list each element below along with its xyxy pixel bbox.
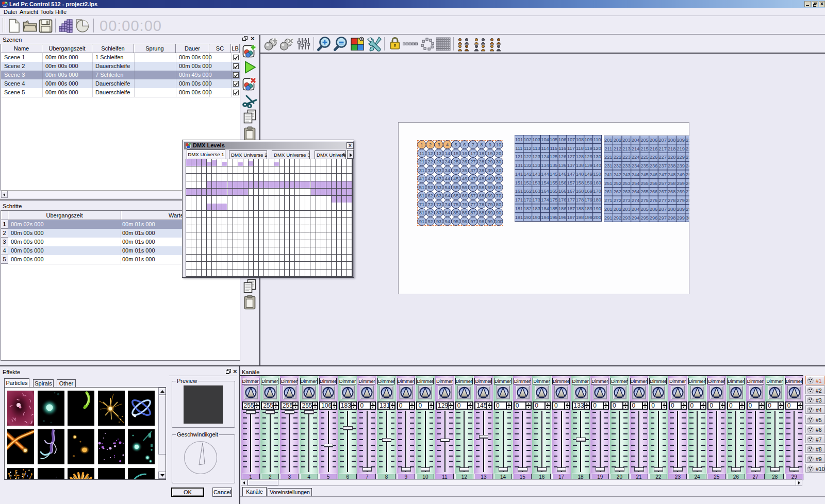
svg-text:82: 82 <box>427 210 433 215</box>
svg-text:155: 155 <box>550 180 558 186</box>
svg-text:111: 111 <box>515 146 522 151</box>
svg-text:31: 31 <box>419 168 424 173</box>
svg-text:234: 234 <box>632 163 640 169</box>
svg-text:171: 171 <box>515 197 523 203</box>
svg-text:212: 212 <box>614 146 622 152</box>
svg-text:209: 209 <box>676 138 685 143</box>
svg-text:147: 147 <box>567 172 575 177</box>
svg-text:222: 222 <box>614 155 622 160</box>
svg-text:8: 8 <box>480 142 483 147</box>
svg-text:123: 123 <box>532 154 540 159</box>
svg-text:65: 65 <box>453 193 458 198</box>
svg-text:136: 136 <box>558 163 567 168</box>
svg-text:178: 178 <box>576 197 584 203</box>
svg-text:268: 268 <box>668 189 676 194</box>
svg-text:241: 241 <box>604 172 613 177</box>
svg-text:204: 204 <box>632 138 640 143</box>
svg-text:184: 184 <box>541 206 549 211</box>
svg-text:229: 229 <box>676 155 685 160</box>
svg-text:220: 220 <box>686 146 689 152</box>
svg-text:239: 239 <box>676 163 685 169</box>
svg-text:60: 60 <box>496 185 501 190</box>
svg-text:213: 213 <box>622 146 631 152</box>
svg-text:106: 106 <box>558 137 567 142</box>
svg-text:272: 272 <box>614 198 622 203</box>
svg-text:77: 77 <box>470 202 475 207</box>
svg-text:252: 252 <box>614 181 622 186</box>
svg-text:249: 249 <box>676 172 685 177</box>
svg-text:257: 257 <box>658 181 667 186</box>
svg-text:159: 159 <box>584 180 592 186</box>
svg-text:253: 253 <box>622 181 631 186</box>
svg-text:208: 208 <box>668 138 676 143</box>
svg-text:206: 206 <box>650 138 658 143</box>
svg-text:207: 207 <box>658 138 667 143</box>
svg-text:296: 296 <box>650 215 658 221</box>
svg-text:289: 289 <box>676 207 685 212</box>
svg-text:261: 261 <box>604 189 613 194</box>
svg-text:259: 259 <box>676 181 685 186</box>
svg-text:145: 145 <box>550 172 558 177</box>
svg-text:66: 66 <box>462 193 467 198</box>
svg-text:202: 202 <box>614 138 622 143</box>
svg-text:260: 260 <box>686 181 689 186</box>
svg-text:195: 195 <box>550 215 558 220</box>
svg-text:248: 248 <box>668 172 676 177</box>
svg-text:254: 254 <box>632 181 640 186</box>
svg-text:169: 169 <box>584 189 592 194</box>
svg-text:63: 63 <box>436 193 441 198</box>
svg-text:33: 33 <box>436 168 441 173</box>
svg-text:134: 134 <box>541 163 549 168</box>
svg-text:154: 154 <box>541 180 549 186</box>
svg-text:164: 164 <box>541 189 549 194</box>
svg-text:163: 163 <box>532 189 540 194</box>
svg-text:62: 62 <box>427 193 433 198</box>
svg-text:67: 67 <box>470 193 475 198</box>
svg-text:226: 226 <box>650 155 658 160</box>
svg-text:87: 87 <box>470 210 475 215</box>
svg-text:247: 247 <box>658 172 667 177</box>
svg-text:22: 22 <box>427 159 433 164</box>
svg-text:78: 78 <box>479 202 484 207</box>
svg-text:287: 287 <box>658 207 667 212</box>
svg-text:61: 61 <box>419 193 424 198</box>
svg-text:37: 37 <box>470 168 475 173</box>
svg-text:85: 85 <box>453 210 458 215</box>
svg-text:232: 232 <box>614 163 622 169</box>
svg-text:56: 56 <box>462 185 467 190</box>
svg-text:221: 221 <box>604 155 613 160</box>
svg-text:99: 99 <box>487 219 492 224</box>
svg-text:6: 6 <box>463 142 466 147</box>
svg-text:276: 276 <box>650 198 658 203</box>
svg-text:139: 139 <box>584 163 592 168</box>
svg-text:216: 216 <box>650 146 658 152</box>
svg-text:196: 196 <box>558 215 567 220</box>
svg-text:110: 110 <box>593 137 601 142</box>
svg-text:293: 293 <box>622 215 631 221</box>
svg-text:244: 244 <box>632 172 640 177</box>
svg-text:263: 263 <box>622 189 631 194</box>
svg-text:104: 104 <box>541 137 549 142</box>
svg-text:255: 255 <box>640 181 649 186</box>
svg-text:286: 286 <box>650 207 658 212</box>
svg-text:73: 73 <box>436 202 441 207</box>
svg-text:217: 217 <box>658 146 667 152</box>
svg-text:267: 267 <box>658 189 667 194</box>
svg-text:137: 137 <box>567 163 575 168</box>
svg-text:284: 284 <box>632 207 640 212</box>
svg-text:275: 275 <box>640 198 649 203</box>
svg-text:215: 215 <box>640 146 649 152</box>
svg-text:57: 57 <box>470 185 475 190</box>
svg-text:35: 35 <box>453 168 458 173</box>
svg-text:191: 191 <box>515 215 523 220</box>
svg-text:250: 250 <box>686 172 689 177</box>
svg-text:125: 125 <box>550 154 558 159</box>
svg-text:198: 198 <box>576 215 584 220</box>
svg-text:251: 251 <box>604 181 613 186</box>
svg-text:192: 192 <box>523 215 532 220</box>
svg-text:79: 79 <box>487 202 492 207</box>
svg-text:21: 21 <box>419 159 424 164</box>
svg-text:182: 182 <box>523 206 532 211</box>
svg-text:165: 165 <box>550 189 558 194</box>
svg-text:150: 150 <box>593 172 601 177</box>
